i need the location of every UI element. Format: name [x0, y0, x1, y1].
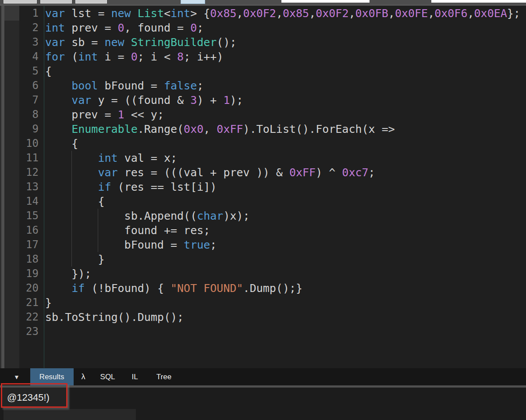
- code-text[interactable]: sb.ToString().Dump();: [45, 310, 184, 324]
- code-line[interactable]: 14 {: [4, 194, 526, 209]
- code-text[interactable]: {: [45, 136, 78, 151]
- code-token: bFound =: [45, 238, 184, 251]
- code-line[interactable]: 13 if (res == lst[i]): [4, 180, 526, 194]
- code-text[interactable]: }: [45, 295, 52, 310]
- code-token: ,: [237, 7, 243, 20]
- code-text[interactable]: var lst = new List<int> {0x85,0x0F2,0x85…: [45, 6, 520, 21]
- code-token: var: [45, 7, 65, 20]
- code-token: for: [45, 50, 65, 63]
- code-token: [124, 36, 131, 49]
- code-token: 0x0F2: [316, 7, 348, 20]
- toolbar-button-fragment[interactable]: [4, 0, 37, 4]
- chevron-down-icon[interactable]: ▼: [14, 374, 20, 381]
- code-text[interactable]: prev = 1 << y;: [45, 107, 164, 122]
- code-text[interactable]: bool bFound = false;: [45, 78, 203, 93]
- code-token: );: [230, 94, 243, 107]
- code-token: }: [45, 296, 52, 309]
- line-number: 10: [4, 136, 39, 151]
- output-row-highlight: [4, 409, 136, 420]
- code-text[interactable]: int val = x;: [45, 151, 177, 165]
- code-token: i =: [98, 50, 131, 63]
- code-token: (res == lst[i]): [111, 181, 217, 193]
- code-text[interactable]: if (res == lst[i]): [45, 180, 217, 194]
- code-text[interactable]: var sb = new StringBuilder();: [45, 35, 237, 50]
- code-line[interactable]: 21}: [4, 295, 526, 310]
- code-line[interactable]: 19 });: [4, 267, 526, 281]
- code-line[interactable]: 1var lst = new List<int> {0x85,0x0F2,0x8…: [4, 6, 526, 21]
- code-token: ,: [388, 7, 395, 20]
- code-line[interactable]: 18 }: [4, 252, 526, 267]
- code-line[interactable]: 9 Enumerable.Range(0x0, 0xFF).ToList().F…: [4, 122, 526, 136]
- code-token: {: [45, 137, 78, 150]
- toolbar-strip: [0, 0, 526, 4]
- linqpad-window: 1var lst = new List<int> {0x85,0x0F2,0x8…: [0, 0, 526, 420]
- code-text[interactable]: }: [45, 252, 104, 267]
- code-token: 0x85: [210, 7, 236, 20]
- tab-sql[interactable]: SQL: [93, 368, 122, 385]
- code-line[interactable]: 3var sb = new StringBuilder();: [4, 35, 526, 50]
- code-line[interactable]: 23: [4, 324, 526, 339]
- code-token: .Range(: [138, 123, 184, 135]
- code-token: res = (((val + prev )) &: [118, 166, 289, 179]
- code-token: <: [164, 7, 171, 20]
- code-token: [45, 152, 98, 164]
- code-token: {: [45, 195, 104, 208]
- code-token: 1: [118, 108, 124, 121]
- code-line[interactable]: 10 {: [4, 136, 526, 151]
- code-text[interactable]: found += res;: [45, 223, 210, 238]
- line-number: 11: [4, 151, 39, 165]
- code-token: int: [98, 152, 117, 164]
- code-text[interactable]: {: [45, 194, 104, 209]
- code-editor[interactable]: 1var lst = new List<int> {0x85,0x0F2,0x8…: [4, 6, 526, 368]
- code-line[interactable]: 4for (int i = 0; i < 8; i++): [4, 50, 526, 64]
- code-token: };: [507, 7, 520, 20]
- code-token: 0x0F2: [243, 7, 276, 20]
- code-line[interactable]: 2int prev = 0, found = 0;: [4, 21, 526, 35]
- code-line[interactable]: 7 var y = ((found & 3) + 1);: [4, 93, 526, 107]
- code-line[interactable]: 8 prev = 1 << y;: [4, 107, 526, 122]
- code-text[interactable]: int prev = 0, found = 0;: [45, 21, 203, 35]
- tab-lambda[interactable]: λ: [75, 368, 92, 385]
- line-number: 13: [4, 180, 39, 194]
- code-line[interactable]: 16 found += res;: [4, 223, 526, 238]
- toolbar-button-fragment[interactable]: [75, 0, 107, 4]
- line-number: 21: [4, 295, 39, 310]
- code-token: prev =: [65, 21, 117, 34]
- code-line[interactable]: 15 sb.Append((char)x);: [4, 209, 526, 223]
- code-token: List: [138, 7, 164, 20]
- code-token: .Dump();}: [243, 282, 302, 295]
- line-number: 20: [4, 281, 39, 295]
- code-line[interactable]: 11 int val = x;: [4, 151, 526, 165]
- code-line[interactable]: 17 bFound = true;: [4, 238, 526, 252]
- code-line[interactable]: 5{: [4, 64, 526, 78]
- code-token: 8: [177, 50, 184, 63]
- tab-il[interactable]: IL: [125, 368, 145, 385]
- code-token: [45, 79, 71, 92]
- code-token: lst =: [65, 7, 111, 20]
- code-text[interactable]: sb.Append((char)x);: [45, 209, 250, 223]
- code-token: 0x0FE: [395, 7, 428, 20]
- code-token: 0x85: [283, 7, 309, 20]
- toolbar-button-fragment[interactable]: [40, 0, 72, 4]
- code-text[interactable]: });: [45, 267, 91, 281]
- code-token: val = x;: [118, 152, 177, 164]
- toolbar-button-fragment-highlighted[interactable]: [181, 0, 205, 4]
- code-line[interactable]: 6 bool bFound = false;: [4, 78, 526, 93]
- code-line[interactable]: 22sb.ToString().Dump();: [4, 310, 526, 324]
- line-number: 7: [4, 93, 39, 107]
- code-token: ;: [197, 79, 203, 92]
- code-text[interactable]: bFound = true;: [45, 238, 217, 252]
- code-text[interactable]: Enumerable.Range(0x0, 0xFF).ToList().For…: [45, 122, 395, 136]
- code-token: {: [45, 65, 52, 78]
- code-token: true: [184, 238, 210, 251]
- code-line[interactable]: 20 if (!bFound) { "NOT FOUND".Dump();}: [4, 281, 526, 295]
- code-text[interactable]: var y = ((found & 3) + 1);: [45, 93, 243, 107]
- code-token: 0x0: [184, 123, 203, 135]
- code-text[interactable]: var res = (((val + prev )) & 0xFF) ^ 0xc…: [45, 165, 375, 180]
- tab-tree[interactable]: Tree: [149, 368, 178, 385]
- code-text[interactable]: {: [45, 64, 52, 78]
- code-line[interactable]: 12 var res = (((val + prev )) & 0xFF) ^ …: [4, 165, 526, 180]
- code-text[interactable]: for (int i = 0; i < 8; i++): [45, 50, 223, 64]
- line-number: 15: [4, 209, 39, 223]
- code-text[interactable]: if (!bFound) { "NOT FOUND".Dump();}: [45, 281, 302, 295]
